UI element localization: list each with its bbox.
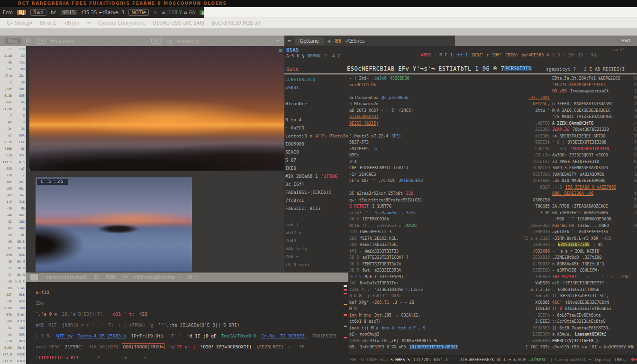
- code-row[interactable]: '2 a a 333C: [508, 236, 550, 242]
- code-row[interactable]: .CO.L3o: [508, 152, 550, 159]
- secondary-toolbar-item[interactable]: W.: [26, 38, 31, 44]
- code-row[interactable]: 3cTCeaaeoCna@s p3me8656: [349, 95, 507, 101]
- code-row[interactable]: .A6TCO: [508, 120, 550, 127]
- code-row[interactable]: [OAREOA3TYsAO3A3OMO6: [552, 172, 634, 178]
- error-stripe-mark[interactable]: [344, 304, 347, 305]
- code-row[interactable]: 9E223 ?&3I5): [349, 120, 507, 127]
- code-row[interactable]: 36 8aoTTE333T33TECOV] ?: [349, 255, 507, 261]
- code-row[interactable]: B to 4: [285, 116, 348, 124]
- code-row[interactable]: 769AEEETTXE3337T3h,: [349, 242, 507, 248]
- code-row[interactable]: Z3MAEE AEIQ3E3E3IO: [552, 159, 634, 165]
- code-row[interactable]: 41C't6tve3EE3E33E7E6tN: [552, 300, 634, 306]
- code-row[interactable]: [285, 108, 348, 116]
- code-row[interactable]: X3P6C50: [508, 197, 550, 204]
- menu-item[interactable]: BJ: [17, 10, 26, 15]
- menu-item[interactable]: 9515: [61, 10, 77, 15]
- code-row[interactable]: #IX 2OCe66 1'JFIOG: [285, 172, 348, 180]
- toolbar-item[interactable]: 80 or.1: [40, 20, 56, 26]
- console-collapse-chip[interactable]: [30, 273, 38, 281]
- code-row[interactable]: .:M3O''''I£A6M8AO3E3AO6: [552, 216, 634, 223]
- menu-item[interactable]: Fcm: [3, 10, 13, 15]
- menu-item[interactable]: ▦: [200, 10, 204, 15]
- code-row[interactable]: ·: [349, 88, 507, 95]
- code-row[interactable]: r9#2EEE5-b: [349, 146, 507, 153]
- toolbar-item[interactable]: ∙BITyn: [64, 20, 79, 26]
- code-row[interactable]: C36T36: [508, 146, 550, 153]
- code-row[interactable]: /O33X96: [508, 248, 550, 255]
- code-row[interactable]: C8EEOCBEEKC8M3CL L6O11): [349, 165, 507, 172]
- code-row[interactable]: ' 0 |OY3EEEXOTE3I33O8: [552, 139, 634, 146]
- code-row[interactable]: pSK3I: [285, 83, 348, 91]
- code-row[interactable]: ~o 3EC83TA£3E3E£·AP73O: [552, 133, 634, 140]
- error-stripe-mark[interactable]: [344, 314, 347, 316]
- code-row[interactable]: 3ttu ': [508, 108, 550, 114]
- code-row[interactable]: 66 xTEA3Ed't 6OAA676A06: [552, 210, 634, 217]
- code-row[interactable]: 24C8ocba3x3T3E53To:: [349, 280, 507, 287]
- code-row[interactable]: SEACO: [285, 148, 348, 156]
- code-row[interactable]: oc543 '''3ra3aam3v. , 3o7o: [349, 210, 507, 217]
- code-row[interactable]: T6I6F37: [508, 159, 550, 165]
- menu-item[interactable]: t35 35 ⌐rBarve: 3: [82, 10, 124, 15]
- code-row[interactable]: 3f0CWEo3EE3Cr2 3: [349, 229, 507, 236]
- code-row[interactable]: 3o6a36: [508, 293, 550, 300]
- code-row[interactable]: o8b6EOO: [508, 338, 550, 345]
- code-row[interactable]: 1380otc33tw_t8.,/E]MCKKn3E8O8t5 9c: [349, 338, 507, 345]
- code-row[interactable]: -3IRP.8orO.L~r3 X6R-4CD: [552, 236, 634, 242]
- code-row[interactable]: [349, 184, 507, 191]
- code-row[interactable]: 3A.R786 :3TEA3A6AOZCAOE: [552, 203, 634, 210]
- code-row[interactable]: 33Ea~363: [508, 223, 550, 229]
- code-row[interactable]: a6 2OT3 XG57 - ·5' (2RC5): [349, 108, 507, 114]
- sunset-photo-preview[interactable]: ▦: [29, 46, 284, 171]
- code-row[interactable]: · AaECÖ: [285, 124, 348, 132]
- hamburger-icon[interactable]: ≡: [287, 38, 291, 44]
- code-row[interactable]: C3EEEO3: [508, 267, 550, 274]
- code-row[interactable]: bef XPg'-265.T1.J - ~ £ü: [349, 300, 507, 306]
- code-row[interactable]: o 3FEEO. MAXEA8A3A33OA59C: [552, 101, 634, 108]
- console-tab[interactable]: |≡: [122, 275, 127, 280]
- code-row[interactable]: 7tKE33ttE3aOE3T3t 3t',: [552, 293, 634, 300]
- code-row[interactable]: [508, 216, 550, 223]
- code-row[interactable]: 696. BEOEI3OA .X6: [552, 191, 634, 197]
- code-row[interactable]: ay6TA£6 ' :A6O3E3E3E336: [552, 229, 634, 236]
- console-tab[interactable]: ROBU: [106, 275, 116, 280]
- code-row[interactable]: [508, 82, 550, 89]
- code-row[interactable]: S RET6IT1 1U5T7G: [349, 203, 507, 210]
- code-row[interactable]: o£~mooOhug3: [349, 331, 507, 338]
- code-row[interactable]: q+: tEeuttttcocBEreferE5IX(C8]: [349, 197, 507, 204]
- blue-hour-photo-preview[interactable]: C ∶5 ∷35: [36, 177, 192, 272]
- code-row[interactable]: [349, 127, 507, 133]
- code-row[interactable]: [552, 95, 634, 101]
- secondary-toolbar-item[interactable]: Aoodcc 6: [177, 38, 199, 44]
- code-row[interactable]: 124£ A.' '3T3E33O3O56'r.C3Irv: [349, 287, 507, 293]
- code-row[interactable]: OO.v99Ireeaewaesrexa£t: [552, 88, 634, 95]
- code-row[interactable]: EBR3Ct(V)3CII6F£8 ): [552, 338, 634, 345]
- menu-item[interactable]: ⚠: [153, 10, 157, 15]
- code-row[interactable]: 2643: [285, 237, 348, 245]
- secondary-toolbar-item[interactable]: Hirscleors: [51, 38, 74, 44]
- code-row[interactable]: '/S M8O4C TA£Z3E3OZO3O93C: [552, 114, 634, 120]
- code-row[interactable]: 'EO73T 8£8ZE3H3E'E3EA3: [552, 82, 634, 89]
- code-row[interactable]: '9EEE3t: [508, 139, 550, 146]
- code-row[interactable]: 8ttbtt. : aom3o6o3 >7OX2O: [349, 223, 507, 229]
- code-row[interactable]: .J3NE£8tOcD.337t£O0: [552, 255, 634, 261]
- code-row[interactable]: [285, 91, 348, 100]
- error-stripe-mark[interactable]: [344, 293, 347, 294]
- code-row[interactable]: - : 3td~.ce2x64S3SDES6: [349, 75, 507, 82]
- secondary-toolbar-item[interactable]: Noe: [5, 38, 21, 44]
- code-row[interactable]: 1 76C 3OTc: [508, 344, 550, 351]
- toolbar-item[interactable]: Cyeooo Conryonthc: [99, 20, 145, 26]
- code-row[interactable]: [285, 212, 348, 220]
- toolbar-item[interactable]: OSoMU USD aKC 3A6J: [153, 20, 204, 26]
- code-row[interactable]: :E3XS3IEOF/3US| 45: [552, 242, 634, 248]
- code-row[interactable]: 78GG65: [508, 203, 550, 210]
- error-stripe-mark[interactable]: [344, 326, 347, 327]
- code-row[interactable]: 5837~5T3: [349, 139, 507, 146]
- code-row[interactable]: 3 6 8:ji35013'' OO8T: [349, 293, 507, 300]
- code-row[interactable]: Lettoti3 oA'E~ Plotn3o a: [285, 132, 348, 140]
- code-row[interactable]: [508, 191, 550, 197]
- code-row[interactable]: '.Heutx3.x7.22-43FE): [349, 133, 507, 140]
- code-row[interactable]: VoES2O: [508, 280, 550, 287]
- toolbar-item[interactable]: ≡: [87, 20, 91, 26]
- code-row[interactable]: a d3muu.LaaaamtOE#3t£: [552, 331, 634, 338]
- secondary-toolbar-item[interactable]: [203, 38, 271, 44]
